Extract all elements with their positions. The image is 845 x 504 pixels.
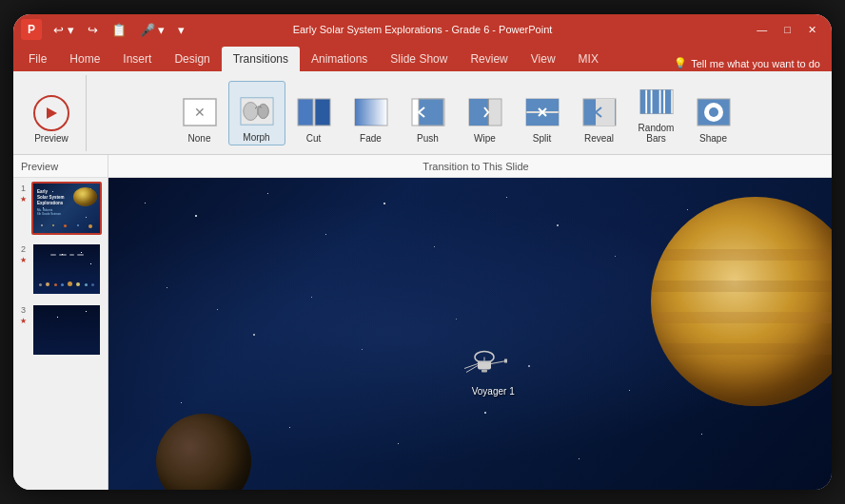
transition-none[interactable]: ✕ None — [171, 81, 228, 145]
cut-icon — [297, 95, 331, 129]
close-button[interactable]: ✕ — [800, 22, 824, 38]
wipe-icon — [468, 95, 502, 129]
preview-label: Preview — [34, 133, 69, 144]
slide-star-3: ★ — [20, 317, 27, 325]
redo-button[interactable]: ↪ — [84, 21, 102, 39]
slide-inner-1: EarlySolar SystemExplorations Ms. Robert… — [33, 184, 100, 233]
tab-design[interactable]: Design — [163, 47, 221, 71]
wipe-label: Wipe — [474, 133, 496, 144]
shape-icon — [697, 95, 731, 129]
svg-rect-34 — [504, 359, 507, 362]
svg-rect-24 — [652, 89, 658, 113]
svg-rect-17 — [526, 99, 559, 111]
search-placeholder: Tell me what you want to do — [691, 58, 820, 69]
maximize-button[interactable]: □ — [776, 22, 798, 37]
none-icon: ✕ — [183, 95, 217, 129]
svg-rect-20 — [596, 99, 615, 126]
transition-cut[interactable]: Cut — [285, 81, 343, 145]
window-controls: — □ ✕ — [749, 22, 824, 38]
voyager-label: Voyager 1 — [472, 386, 515, 397]
slide-num-col-2: 2 ★ — [17, 242, 29, 264]
svg-rect-26 — [665, 89, 671, 113]
slide-inner-3 — [33, 305, 100, 355]
slide-thumb-1[interactable]: 1 ★ — [13, 178, 108, 239]
search-bar[interactable]: 💡 Tell me what you want to do — [666, 55, 828, 71]
preview-section-text: Preview — [21, 161, 58, 172]
transition-push[interactable]: Push — [400, 81, 457, 145]
ribbon-content: Preview ✕ None — [13, 71, 832, 155]
svg-rect-25 — [660, 89, 663, 113]
microphone-button[interactable]: 🎤 ▾ — [136, 21, 169, 39]
shape-label: Shape — [699, 133, 727, 144]
svg-rect-10 — [355, 99, 387, 126]
slide-number-3: 3 — [21, 305, 26, 315]
customize-button[interactable]: ▾ — [174, 21, 188, 39]
slide-thumbnail-2[interactable] — [31, 242, 102, 296]
random-bars-label: Random Bars — [630, 123, 683, 144]
fade-label: Fade — [360, 133, 382, 144]
thumb1-planet — [73, 187, 97, 206]
transition-shape[interactable]: Shape — [685, 81, 742, 145]
slide-thumb-3[interactable]: 3 ★ — [13, 300, 108, 360]
fade-icon — [354, 95, 388, 129]
tab-transitions[interactable]: Transitions — [222, 47, 300, 71]
tab-insert[interactable]: Insert — [111, 47, 163, 71]
svg-marker-0 — [47, 107, 57, 119]
svg-line-35 — [464, 363, 478, 368]
ribbon-tabs: File Home Insert Design Transitions Anim… — [13, 45, 832, 71]
tab-slideshow[interactable]: Slide Show — [379, 47, 459, 71]
section-transition-label: Transition to This Slide — [108, 161, 832, 172]
minimize-button[interactable]: — — [749, 22, 775, 37]
title-bar: P ↩ ▾ ↪ 📋 🎤 ▾ ▾ Early Solar System Explo… — [13, 14, 832, 45]
thumb1-planets — [33, 224, 100, 228]
none-label: None — [188, 133, 211, 144]
window-title: Early Solar System Explorations - Grade … — [293, 24, 553, 35]
slide-view: Voyager 1 — [108, 178, 832, 490]
slide-thumb-2[interactable]: 2 ★ — [13, 239, 108, 300]
svg-rect-37 — [481, 369, 487, 372]
transition-wipe[interactable]: Wipe — [457, 81, 514, 145]
tab-review[interactable]: Review — [459, 47, 519, 71]
presentation-mode-button[interactable]: 📋 — [108, 21, 130, 39]
tab-view[interactable]: View — [520, 47, 567, 71]
split-icon — [525, 95, 560, 129]
transition-fade[interactable]: Fade — [343, 81, 400, 145]
tab-file[interactable]: File — [17, 47, 58, 71]
slide-number-1: 1 — [21, 184, 26, 193]
svg-rect-8 — [315, 99, 330, 126]
preview-group-items: Preview — [27, 79, 76, 147]
slide-thumbnail-3[interactable] — [31, 303, 102, 357]
slides-panel[interactable]: 1 ★ — [13, 178, 108, 490]
svg-rect-23 — [647, 89, 651, 113]
transition-reveal[interactable]: Reveal — [571, 81, 628, 145]
svg-rect-22 — [639, 89, 644, 113]
tab-mix[interactable]: MIX — [567, 47, 610, 71]
slide-number-2: 2 — [21, 244, 26, 254]
undo-button[interactable]: ↩ ▾ — [49, 21, 78, 39]
tab-home[interactable]: Home — [58, 47, 111, 71]
transition-morph[interactable]: Morph — [228, 81, 285, 145]
transitions-group: ✕ None — [88, 75, 824, 151]
tab-animations[interactable]: Animations — [300, 47, 379, 71]
slide-num-col-3: 3 ★ — [17, 303, 29, 325]
quick-access-toolbar: ↩ ▾ ↪ 📋 🎤 ▾ ▾ — [49, 21, 188, 39]
transition-section-text: Transition to This Slide — [422, 161, 528, 172]
svg-point-4 — [243, 102, 257, 120]
slide-thumbnail-1[interactable]: EarlySolar SystemExplorations Ms. Robert… — [31, 182, 102, 235]
transition-random-bars[interactable]: Random Bars — [628, 81, 685, 145]
transition-split[interactable]: Split — [514, 81, 571, 145]
morph-label: Morph — [243, 132, 269, 143]
cut-label: Cut — [306, 133, 322, 144]
main-slide-content: Voyager 1 — [108, 178, 832, 490]
push-icon — [411, 95, 445, 129]
morph-icon — [240, 94, 274, 128]
preview-group: Preview — [21, 75, 87, 151]
reveal-label: Reveal — [584, 133, 614, 144]
preview-button[interactable]: Preview — [27, 81, 76, 145]
push-label: Push — [417, 133, 439, 144]
svg-rect-12 — [419, 99, 443, 126]
slide-inner-2 — [33, 244, 100, 294]
title-bar-left: P ↩ ▾ ↪ 📋 🎤 ▾ ▾ — [21, 19, 188, 40]
svg-line-33 — [491, 360, 506, 363]
svg-rect-14 — [469, 99, 488, 126]
